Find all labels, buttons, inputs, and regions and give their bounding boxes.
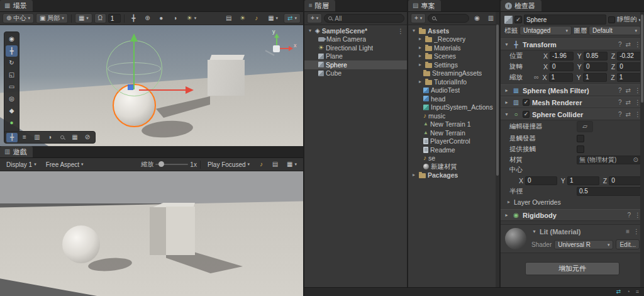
foldout-open-icon[interactable]: ▾: [307, 28, 313, 33]
foldout-open-icon[interactable]: ▾: [504, 42, 509, 47]
hierarchy-item-cube[interactable]: Cube: [304, 69, 407, 78]
foldout-closed-icon[interactable]: ▸: [417, 62, 423, 67]
project-root-packages[interactable]: ▸ Packages: [408, 171, 499, 180]
shading-overlay-button[interactable]: ◑: [44, 133, 55, 142]
tab-game[interactable]: ▥ 遊戲: [0, 146, 33, 157]
project-folder-tutorialinfo[interactable]: ▸ TutorialInfo: [408, 77, 499, 86]
tab-project[interactable]: ▤ 專案: [408, 0, 441, 11]
help-icon[interactable]: ?: [618, 42, 622, 48]
grid-visibility-button[interactable]: ▦ ▾: [75, 13, 92, 23]
snap-toggle-button[interactable]: Ω: [94, 13, 106, 23]
mesh-filter-header[interactable]: ▸ ▦ Sphere (Mesh Filter) ? ⇄ ⋮: [501, 84, 644, 96]
project-asset-se[interactable]: ♪ se: [408, 154, 499, 163]
hierarchy-search-input[interactable]: [335, 15, 400, 22]
scrollbar-thumb[interactable]: [641, 14, 643, 103]
provides-contacts-checkbox[interactable]: [577, 145, 584, 153]
hierarchy-item-directional-light[interactable]: ☀ Directional Light: [304, 43, 407, 52]
presets-icon[interactable]: ⇄: [626, 111, 631, 118]
scale-z-field[interactable]: 1: [617, 73, 641, 82]
scale-x-field[interactable]: 1: [549, 73, 573, 82]
scale-tool-button[interactable]: ◱: [6, 69, 18, 81]
zoom-slider[interactable]: [155, 164, 188, 165]
presets-icon[interactable]: ⇄: [626, 88, 631, 94]
is-trigger-checkbox[interactable]: [577, 135, 584, 142]
game-viewport[interactable]: [0, 171, 303, 296]
collab-icon[interactable]: ⇄: [616, 289, 621, 295]
gizmo-overlay-button[interactable]: ▦: [69, 133, 80, 142]
foldout-open-icon[interactable]: ▾: [504, 112, 509, 117]
disable-overlay-button[interactable]: ⊘: [82, 133, 93, 142]
sphere-collider-header[interactable]: ▾ ○ ✓ Sphere Collider ? ⇄ ⋮: [501, 108, 644, 120]
project-folder-settings[interactable]: ▸ Settings: [408, 60, 499, 69]
console-menu-icon[interactable]: ≡: [636, 289, 639, 295]
position-z-field[interactable]: -0.32: [617, 52, 641, 60]
mute-audio-button[interactable]: ♪: [255, 159, 267, 169]
material-preview-sphere[interactable]: [505, 228, 526, 249]
grid-size-field[interactable]: 1: [108, 14, 121, 23]
project-folder-streamingassets[interactable]: StreamingAssets: [408, 69, 499, 78]
tab-inspector[interactable]: i 檢查器: [501, 0, 541, 11]
rotation-y-field[interactable]: 0: [584, 62, 608, 71]
focus-mode-dropdown[interactable]: Play Focused ▾: [204, 159, 253, 169]
progress-icon[interactable]: ◔: [626, 289, 630, 295]
project-folder-recovery[interactable]: ▸ _Recovery: [408, 35, 499, 44]
pivot-mode-button[interactable]: ⊕ 中心 ▾: [3, 13, 34, 23]
render-mode-button[interactable]: ◑: [169, 13, 181, 23]
shader-edit-button[interactable]: Edit...: [616, 239, 640, 249]
shader-dropdown[interactable]: Universal R ▾: [554, 240, 613, 249]
mesh-renderer-header[interactable]: ▸ ▥ ✓ Mesh Renderer ? ⇄ ⋮: [501, 96, 644, 108]
scene-audio-button[interactable]: ♪: [250, 13, 262, 23]
uniform-scale-link-icon[interactable]: ∞: [534, 74, 539, 81]
tab-hierarchy[interactable]: ≡ 階層: [304, 0, 335, 11]
cube-object[interactable]: [208, 60, 245, 96]
display-dropdown[interactable]: Display 1 ▾: [3, 159, 40, 169]
project-asset-music[interactable]: ♪ music: [408, 111, 499, 120]
scene-viewport[interactable]: y x ◉ ╋ ↻ ◱ ▭ ◎ ◆ ● ○: [0, 25, 303, 146]
radius-field[interactable]: 0.5: [577, 187, 641, 196]
transform-header[interactable]: ▾ ╋ Transform ? ⇄ ⋮: [501, 38, 644, 50]
sphere-collider-checkbox[interactable]: ✓: [523, 111, 530, 118]
search-by-type-button[interactable]: ◉: [471, 13, 483, 23]
layer-dropdown[interactable]: Default ▾: [589, 26, 641, 35]
more-icon[interactable]: ⋮: [633, 229, 640, 235]
gizmo-x-axis[interactable]: [139, 89, 186, 91]
orientation-gizmo[interactable]: y x: [255, 28, 299, 67]
foldout-closed-icon[interactable]: ▸: [506, 200, 512, 205]
object-name-field[interactable]: Sphere: [524, 14, 606, 25]
hierarchy-search[interactable]: [324, 14, 404, 23]
help-icon[interactable]: ?: [618, 111, 622, 118]
foldout-closed-icon[interactable]: ▸: [504, 100, 509, 105]
mesh-renderer-checkbox[interactable]: ✓: [523, 99, 530, 106]
project-folder-materials[interactable]: ▸ Materials: [408, 43, 499, 52]
more-icon[interactable]: ⋮: [397, 28, 404, 35]
foldout-closed-icon[interactable]: ▸: [417, 79, 423, 84]
active-checkbox[interactable]: ✓: [514, 16, 522, 23]
stats-button[interactable]: ▤: [269, 159, 281, 169]
create-asset-button[interactable]: + ▾: [411, 13, 426, 23]
scene-lighting-button[interactable]: ☀: [236, 13, 248, 23]
foldout-open-icon[interactable]: ▾: [531, 229, 537, 234]
project-search-input[interactable]: [438, 15, 465, 22]
hierarchy-scene-row[interactable]: ▾ ◈ SampleScene* ⋮: [304, 26, 407, 35]
rotation-x-field[interactable]: 0: [550, 62, 574, 71]
gizmos-dropdown[interactable]: ▦ ▾: [264, 13, 282, 23]
project-asset-playercontrol[interactable]: PlayerControl: [408, 137, 499, 146]
presets-icon[interactable]: ⇄: [626, 100, 631, 106]
hierarchy-item-sphere[interactable]: Sphere: [304, 60, 407, 69]
scrollbar-thumb[interactable]: [496, 25, 499, 176]
custom-tool-button[interactable]: ◆: [6, 105, 18, 117]
aspect-dropdown[interactable]: Free Aspect ▾: [42, 159, 87, 169]
project-asset-new-material[interactable]: 新建材質: [408, 162, 499, 171]
project-asset-new-terrain-1[interactable]: ▲ New Terrain 1: [408, 120, 499, 129]
help-icon[interactable]: ?: [618, 100, 622, 106]
layer-overrides-row[interactable]: ▸ Layer Overrides: [501, 196, 644, 207]
project-asset-audiotest[interactable]: AudioTest: [408, 86, 499, 95]
rotation-z-field[interactable]: 0: [617, 62, 641, 71]
tag-dropdown[interactable]: Untagged ▾: [519, 26, 572, 35]
gizmo-y-axis[interactable]: [133, 42, 135, 89]
menu-icon[interactable]: ≡: [626, 229, 630, 235]
effects-button[interactable]: ☀ ▾: [183, 13, 200, 23]
position-x-field[interactable]: -1.96: [550, 52, 574, 60]
gizmo-z-handle[interactable]: [128, 84, 133, 90]
snap-tool-button[interactable]: ●: [6, 117, 18, 128]
